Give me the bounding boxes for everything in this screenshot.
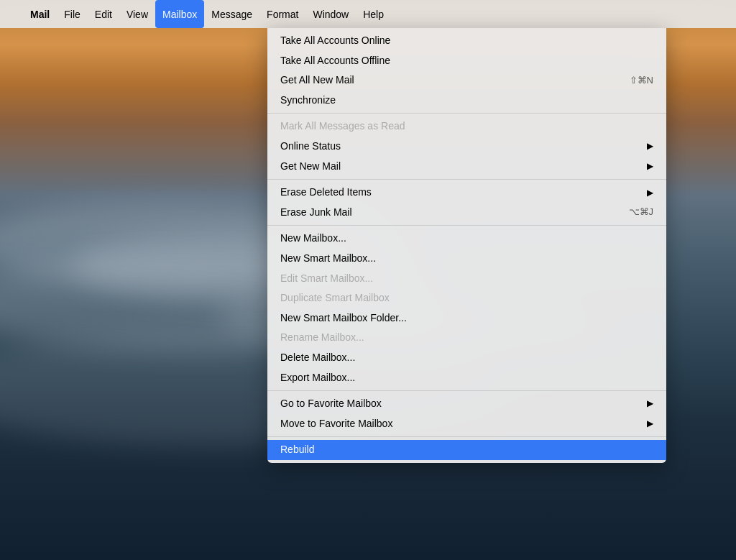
mailbox-dropdown: Take All Accounts Online Take All Accoun…: [267, 28, 666, 463]
menu-item-move-to-favorite[interactable]: Move to Favorite Mailbox ▶: [267, 414, 666, 434]
menu-item-go-to-favorite[interactable]: Go to Favorite Mailbox ▶: [267, 394, 666, 414]
menu-item-new-smart-mailbox[interactable]: New Smart Mailbox...: [267, 249, 666, 269]
separator-2: [267, 179, 666, 180]
menubar-item-help[interactable]: Help: [356, 0, 391, 28]
menu-item-mark-all-read: Mark All Messages as Read: [267, 116, 666, 137]
separator-3: [267, 225, 666, 226]
menubar-item-mail[interactable]: Mail: [23, 0, 57, 28]
menubar-item-message[interactable]: Message: [204, 0, 259, 28]
menu-item-erase-junk[interactable]: Erase Junk Mail ⌥⌘J: [267, 203, 666, 223]
shortcut-erase-junk: ⌥⌘J: [629, 206, 654, 219]
menu-item-export-mailbox[interactable]: Export Mailbox...: [267, 368, 666, 388]
menubar-item-view[interactable]: View: [119, 0, 155, 28]
arrow-online-status: ▶: [647, 140, 653, 152]
menu-item-rebuild[interactable]: Rebuild: [267, 440, 666, 460]
menubar-item-file[interactable]: File: [57, 0, 88, 28]
menu-item-erase-deleted[interactable]: Erase Deleted Items ▶: [267, 183, 666, 203]
menu-item-get-new-mail[interactable]: Get New Mail ▶: [267, 157, 666, 177]
menubar-item-window[interactable]: Window: [305, 0, 356, 28]
separator-4: [267, 390, 666, 391]
menubar-item-mailbox[interactable]: Mailbox: [155, 0, 204, 28]
menu-item-take-all-online[interactable]: Take All Accounts Online: [267, 31, 666, 51]
menu-item-online-status[interactable]: Online Status ▶: [267, 137, 666, 157]
menubar-item-edit[interactable]: Edit: [88, 0, 119, 28]
apple-logo[interactable]: [6, 0, 23, 28]
menu-item-duplicate-smart-mailbox: Duplicate Smart Mailbox: [267, 288, 666, 308]
arrow-get-new-mail: ▶: [647, 160, 653, 173]
menu-item-delete-mailbox[interactable]: Delete Mailbox...: [267, 348, 666, 368]
menu-item-new-smart-mailbox-folder[interactable]: New Smart Mailbox Folder...: [267, 308, 666, 329]
menu-item-new-mailbox[interactable]: New Mailbox...: [267, 229, 666, 249]
menu-item-rename-mailbox: Rename Mailbox...: [267, 328, 666, 348]
menubar: Mail File Edit View Mailbox Message Form…: [0, 0, 736, 28]
menu-item-synchronize[interactable]: Synchronize: [267, 91, 666, 111]
arrow-erase-deleted: ▶: [647, 187, 653, 199]
separator-5: [267, 436, 666, 437]
arrow-go-to-favorite: ▶: [647, 398, 653, 410]
menu-item-edit-smart-mailbox: Edit Smart Mailbox...: [267, 269, 666, 289]
menu-item-get-all-new-mail[interactable]: Get All New Mail ⇧⌘N: [267, 70, 666, 91]
menubar-item-format[interactable]: Format: [259, 0, 305, 28]
separator-1: [267, 113, 666, 114]
menu-item-take-all-offline[interactable]: Take All Accounts Offline: [267, 51, 666, 71]
shortcut-get-all-new-mail: ⇧⌘N: [630, 74, 653, 87]
arrow-move-to-favorite: ▶: [647, 418, 653, 430]
